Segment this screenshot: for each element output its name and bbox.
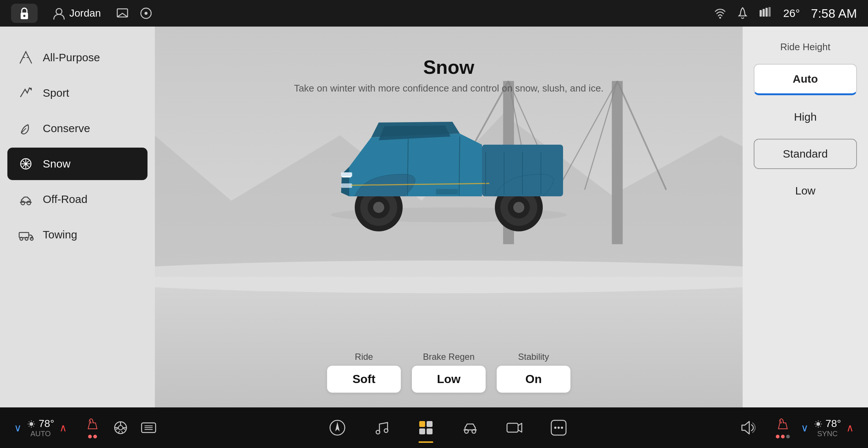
temp-down-right[interactable]: ∨ [798, 420, 812, 435]
svg-point-67 [558, 427, 560, 429]
sidebar-label-towing: Towing [43, 228, 77, 241]
ride-height-auto-label: Auto [793, 73, 818, 85]
sidebar-item-snow[interactable]: Snow [7, 148, 147, 180]
svg-point-2 [56, 8, 62, 14]
svg-point-44 [29, 422, 33, 426]
bottom-bar-center [162, 415, 735, 441]
ac-icon[interactable] [136, 415, 162, 441]
sidebar-label-sport: Sport [43, 87, 69, 99]
svg-point-56 [376, 430, 380, 434]
sidebar-label-snow: Snow [43, 158, 70, 170]
ride-height-low-label: Low [795, 185, 815, 197]
temp-left-mode: AUTO [30, 430, 51, 438]
ride-height-title: Ride Height [754, 41, 857, 53]
more-icon[interactable] [546, 415, 572, 441]
temp-up-right[interactable]: ∧ [843, 420, 857, 435]
svg-point-15 [27, 201, 31, 205]
svg-rect-10 [768, 7, 771, 17]
camera-icon[interactable] [501, 415, 527, 441]
stat-ride: Ride Soft [327, 352, 401, 393]
svg-point-13 [25, 163, 27, 165]
bottom-taskbar: ∨ 78° AUTO ∧ [0, 407, 868, 448]
svg-rect-27 [341, 183, 352, 188]
ride-height-low[interactable]: Low [754, 176, 857, 205]
svg-point-57 [384, 429, 388, 433]
steering-heater[interactable] [108, 415, 133, 441]
right-panel: Ride Height Auto High Standard Low [743, 27, 868, 407]
road-icon [18, 49, 34, 66]
main-content: All-Purpose Sport Conserve [0, 27, 868, 407]
svg-point-66 [554, 427, 556, 429]
stat-stability: Stability On [497, 352, 570, 393]
svg-point-1 [23, 15, 25, 17]
stat-brake-value: Low [412, 366, 486, 393]
ride-height-standard[interactable]: Standard [754, 139, 857, 169]
top-bar-left: Jordan [11, 4, 153, 23]
stat-stability-value: On [497, 366, 570, 393]
bottom-bar-right: ∨ 78° SYNC ∧ [735, 415, 857, 441]
sidebar-label-all-purpose: All-Purpose [43, 51, 100, 64]
svg-rect-8 [763, 9, 765, 17]
ride-height-auto[interactable]: Auto [754, 64, 857, 95]
offroad-icon [18, 191, 34, 207]
svg-rect-61 [427, 428, 433, 434]
svg-point-68 [561, 427, 563, 429]
sidebar-item-conserve[interactable]: Conserve [7, 112, 147, 145]
seat-heater-right[interactable] [770, 415, 796, 441]
stat-brake-label: Brake Regen [423, 352, 475, 362]
svg-rect-60 [419, 428, 425, 434]
svg-point-46 [118, 425, 123, 430]
svg-rect-59 [427, 421, 433, 427]
stat-stability-label: Stability [518, 352, 549, 362]
sidebar-item-towing[interactable]: Towing [7, 218, 147, 251]
temp-right: 78° SYNC [814, 418, 841, 438]
top-bar-extra-icons [116, 7, 153, 20]
temp-right-mode: SYNC [817, 430, 838, 438]
sidebar-item-sport[interactable]: Sport [7, 77, 147, 109]
temperature-display: 26° [783, 7, 800, 20]
grid-icon[interactable] [413, 415, 439, 441]
ride-height-high-label: High [794, 111, 817, 123]
svg-point-69 [816, 422, 820, 426]
temp-up-left[interactable]: ∧ [56, 420, 70, 435]
stat-ride-value: Soft [327, 366, 401, 393]
svg-rect-16 [19, 232, 29, 238]
svg-rect-28 [342, 176, 351, 178]
volume-icon[interactable] [735, 415, 760, 441]
svg-marker-55 [335, 422, 340, 431]
temp-left: 78° AUTO [27, 418, 54, 438]
car-image [283, 71, 615, 248]
top-bar: Jordan [0, 0, 868, 27]
music-icon[interactable] [369, 415, 395, 441]
svg-point-6 [719, 17, 721, 19]
svg-point-17 [20, 237, 23, 240]
svg-point-36 [513, 202, 524, 213]
car-icon[interactable] [457, 415, 483, 441]
svg-rect-64 [507, 423, 518, 432]
seat-heater-left[interactable] [80, 415, 105, 441]
svg-point-32 [373, 202, 384, 213]
leaf-icon [18, 120, 34, 137]
svg-point-14 [21, 201, 25, 205]
bottom-stats: Ride Soft Brake Regen Low Stability On [327, 352, 570, 393]
lock-icon[interactable] [11, 4, 38, 23]
snow-icon [18, 156, 34, 172]
user-display[interactable]: Jordan [52, 7, 101, 20]
svg-point-18 [25, 237, 28, 240]
temp-left-value: 78° [27, 418, 54, 430]
temp-right-value: 78° [814, 418, 841, 430]
center-area: Snow Take on winter with more confidence… [155, 27, 743, 407]
bottom-bar-left: ∨ 78° AUTO ∧ [11, 415, 162, 441]
sport-icon [18, 85, 34, 101]
ride-height-high[interactable]: High [754, 103, 857, 131]
svg-point-19 [30, 237, 33, 240]
sidebar-label-conserve: Conserve [43, 122, 90, 135]
stat-brake-regen: Brake Regen Low [412, 352, 486, 393]
svg-rect-7 [760, 10, 762, 17]
sidebar-item-all-purpose[interactable]: All-Purpose [7, 41, 147, 74]
temp-down-left[interactable]: ∨ [11, 420, 25, 435]
stat-ride-label: Ride [355, 352, 373, 362]
nav-icon[interactable] [324, 415, 350, 441]
sidebar-item-off-road[interactable]: Off-Road [7, 183, 147, 216]
svg-rect-39 [436, 189, 458, 194]
